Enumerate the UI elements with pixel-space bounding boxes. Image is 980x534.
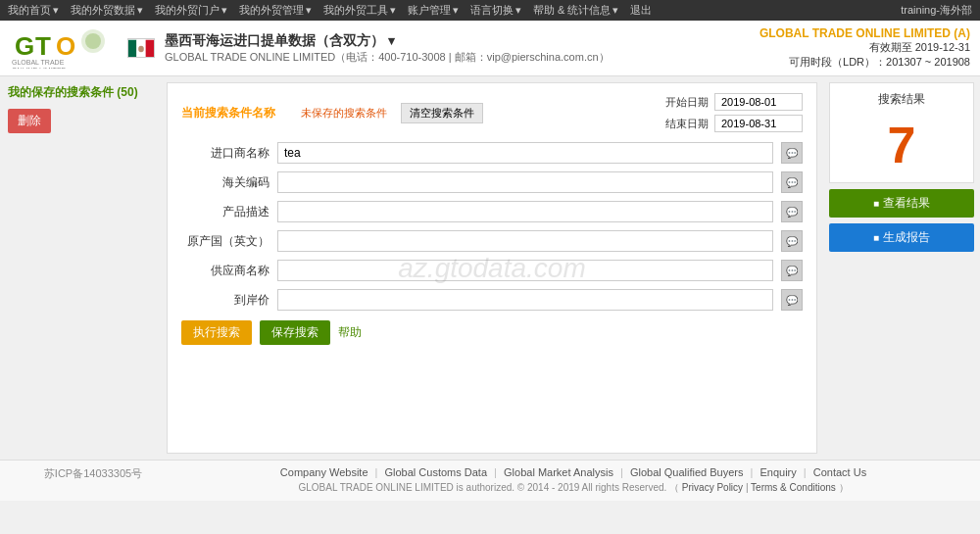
field-row-importer: 进口商名称 💬 bbox=[181, 142, 803, 164]
svg-text:T: T bbox=[35, 31, 51, 61]
start-date-group: 开始日期 bbox=[665, 93, 803, 111]
header-title-area: 墨西哥海运进口提单数据（含双方） ▾ GLOBAL TRADE ONLINE L… bbox=[165, 32, 610, 65]
footer-terms-link[interactable]: Terms & Conditions bbox=[751, 482, 836, 493]
form-section-title: 当前搜索条件名称 bbox=[181, 105, 275, 121]
top-nav-left: 我的首页 ▾ 我的外贸数据 ▾ 我的外贸门户 ▾ 我的外贸管理 ▾ 我的外贸工具… bbox=[8, 3, 652, 18]
nav-trade-portal[interactable]: 我的外贸门户 ▾ bbox=[155, 3, 227, 18]
svg-text:O: O bbox=[56, 31, 75, 61]
nav-home[interactable]: 我的首页 ▾ bbox=[8, 3, 59, 18]
customs-icon[interactable]: 💬 bbox=[781, 171, 803, 193]
field-row-customs: 海关编码 💬 bbox=[181, 171, 803, 193]
footer-link-customs[interactable]: Global Customs Data bbox=[385, 466, 488, 478]
save-search-button[interactable]: 保存搜索 bbox=[260, 320, 330, 345]
footer-row: 苏ICP备14033305号 Company Website | Global … bbox=[10, 466, 970, 495]
nav-trade-data[interactable]: 我的外贸数据 ▾ bbox=[71, 3, 143, 18]
sidebar-title: 我的保存的搜索条件 (50) bbox=[8, 84, 159, 101]
importer-label: 进口商名称 bbox=[181, 145, 270, 162]
form-date-area: 开始日期 结束日期 bbox=[665, 93, 803, 132]
origin-label: 原产国（英文） bbox=[181, 233, 270, 250]
start-date-label: 开始日期 bbox=[665, 95, 709, 110]
product-icon[interactable]: 💬 bbox=[781, 201, 803, 222]
footer-main: Company Website | Global Customs Data | … bbox=[176, 466, 970, 495]
footer-link-company[interactable]: Company Website bbox=[280, 466, 368, 478]
header-left: G T O GLOBAL TRADE ONLINE LIMITED 墨西哥海运进… bbox=[10, 27, 610, 69]
field-row-origin: 原产国（英文） 💬 bbox=[181, 230, 803, 252]
nav-language[interactable]: 语言切换 ▾ bbox=[470, 3, 521, 18]
svg-point-7 bbox=[85, 33, 101, 49]
search-results-number: 7 bbox=[838, 116, 965, 174]
icp-number: 苏ICP备14033305号 bbox=[10, 466, 176, 481]
origin-input[interactable] bbox=[277, 230, 773, 252]
right-panel: 搜索结果 7 ■ 查看结果 ■ 生成报告 bbox=[823, 76, 980, 460]
svg-rect-8 bbox=[128, 40, 136, 58]
page-title: 墨西哥海运进口提单数据（含双方） ▾ bbox=[165, 32, 610, 50]
validity-date: 有效期至 2019-12-31 bbox=[760, 40, 970, 55]
nav-logout[interactable]: 退出 bbox=[630, 3, 652, 18]
form-top-left: 当前搜索条件名称 未保存的搜索条件 清空搜索条件 bbox=[181, 103, 665, 123]
footer-sep-2: | bbox=[494, 466, 500, 478]
end-date-group: 结束日期 bbox=[665, 115, 803, 132]
importer-input[interactable] bbox=[277, 142, 773, 164]
search-results-title: 搜索结果 bbox=[838, 91, 965, 108]
origin-icon[interactable]: 💬 bbox=[781, 230, 803, 252]
product-label: 产品描述 bbox=[181, 204, 270, 220]
clear-search-button[interactable]: 清空搜索条件 bbox=[401, 103, 483, 123]
view-results-icon: ■ bbox=[873, 198, 879, 209]
footer-sep-1: | bbox=[375, 466, 381, 478]
end-date-label: 结束日期 bbox=[665, 117, 709, 131]
generate-report-button[interactable]: ■ 生成报告 bbox=[829, 223, 974, 252]
training-label: training-海外部 bbox=[901, 3, 972, 18]
logo: G T O GLOBAL TRADE ONLINE LIMITED bbox=[10, 27, 118, 69]
view-results-button[interactable]: ■ 查看结果 bbox=[829, 189, 974, 218]
unsaved-label: 未保存的搜索条件 bbox=[301, 106, 387, 121]
svg-text:GLOBAL TRADE: GLOBAL TRADE bbox=[12, 59, 65, 66]
mexico-flag bbox=[127, 38, 155, 58]
footer-privacy-link[interactable]: Privacy Policy bbox=[682, 482, 743, 493]
supplier-label: 供应商名称 bbox=[181, 263, 270, 279]
svg-point-11 bbox=[138, 46, 144, 53]
header-subtitle: GLOBAL TRADE ONLINE LIMITED（电话：400-710-3… bbox=[165, 50, 610, 65]
nav-help[interactable]: 帮助 & 统计信息 ▾ bbox=[533, 3, 618, 18]
footer-sep-4: | bbox=[751, 466, 757, 478]
footer-link-market[interactable]: Global Market Analysis bbox=[504, 466, 613, 478]
sidebar: 我的保存的搜索条件 (50) 删除 bbox=[0, 76, 167, 460]
field-row-cif: 到岸价 💬 bbox=[181, 289, 803, 311]
cif-label: 到岸价 bbox=[181, 292, 270, 309]
header: G T O GLOBAL TRADE ONLINE LIMITED 墨西哥海运进… bbox=[0, 21, 980, 76]
footer-copyright: GLOBAL TRADE ONLINE LIMITED is authorize… bbox=[176, 481, 970, 495]
start-date-input[interactable] bbox=[714, 93, 803, 111]
delete-button[interactable]: 删除 bbox=[8, 109, 51, 133]
execute-search-button[interactable]: 执行搜索 bbox=[181, 320, 252, 345]
svg-text:G: G bbox=[15, 31, 34, 61]
product-input[interactable] bbox=[277, 201, 773, 222]
footer-links: Company Website | Global Customs Data | … bbox=[176, 466, 970, 478]
search-results-box: 搜索结果 7 bbox=[829, 82, 974, 183]
ldr-range: 可用时段（LDR）：201307 ~ 201908 bbox=[760, 55, 970, 70]
gen-report-icon: ■ bbox=[873, 232, 879, 243]
header-right: GLOBAL TRADE ONLINE LIMITED (A) 有效期至 201… bbox=[760, 26, 970, 70]
supplier-input[interactable] bbox=[277, 260, 773, 281]
footer-link-contact[interactable]: Contact Us bbox=[813, 466, 866, 478]
form-top-row: 当前搜索条件名称 未保存的搜索条件 清空搜索条件 开始日期 结束日期 bbox=[181, 93, 803, 132]
cif-icon[interactable]: 💬 bbox=[781, 289, 803, 311]
footer: 苏ICP备14033305号 Company Website | Global … bbox=[0, 460, 980, 501]
customs-input[interactable] bbox=[277, 171, 773, 193]
svg-rect-10 bbox=[146, 40, 154, 58]
company-name: GLOBAL TRADE ONLINE LIMITED (A) bbox=[760, 26, 970, 40]
svg-text:ONLINE LIMITED: ONLINE LIMITED bbox=[12, 67, 67, 69]
cif-input[interactable] bbox=[277, 289, 773, 311]
footer-link-buyers[interactable]: Global Qualified Buyers bbox=[630, 466, 744, 478]
help-link[interactable]: 帮助 bbox=[338, 320, 362, 345]
customs-label: 海关编码 bbox=[181, 174, 270, 191]
nav-trade-mgmt[interactable]: 我的外贸管理 ▾ bbox=[239, 3, 312, 18]
form-area: az.gtodata.com 当前搜索条件名称 未保存的搜索条件 清空搜索条件 … bbox=[167, 82, 817, 454]
footer-sep-5: | bbox=[804, 466, 809, 478]
field-row-product: 产品描述 💬 bbox=[181, 201, 803, 222]
footer-link-enquiry[interactable]: Enquiry bbox=[760, 466, 796, 478]
supplier-icon[interactable]: 💬 bbox=[781, 260, 803, 281]
footer-sep-3: | bbox=[620, 466, 626, 478]
end-date-input[interactable] bbox=[714, 115, 803, 132]
nav-account[interactable]: 账户管理 ▾ bbox=[408, 3, 459, 18]
importer-icon[interactable]: 💬 bbox=[781, 142, 803, 164]
nav-trade-tools[interactable]: 我的外贸工具 ▾ bbox=[323, 3, 396, 18]
